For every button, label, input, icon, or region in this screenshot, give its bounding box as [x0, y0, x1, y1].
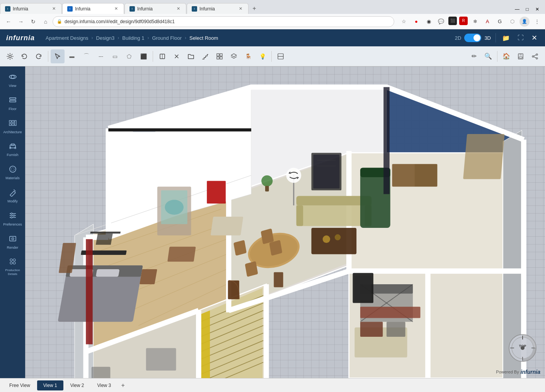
ext2-button[interactable]: R: [459, 17, 468, 25]
sidebar-item-production-details[interactable]: Production Details: [2, 254, 24, 279]
svg-rect-128: [312, 228, 357, 254]
2d-3d-toggle[interactable]: [464, 34, 481, 42]
navigation-compass[interactable]: TOP: [508, 334, 535, 361]
svg-rect-110: [86, 239, 93, 344]
minimize-button[interactable]: —: [513, 5, 522, 14]
sidebar-item-render[interactable]: Render: [2, 231, 24, 253]
polygon-button[interactable]: ⬠: [122, 49, 136, 63]
chair-button[interactable]: 🪑: [241, 49, 255, 63]
svg-rect-109: [96, 234, 113, 245]
whatsapp-button[interactable]: 💬: [436, 17, 446, 27]
address-bar[interactable]: 🔒 design.infurnia.com/#/edit_design/9df0…: [53, 16, 394, 27]
ext5-button[interactable]: G: [495, 17, 505, 27]
sidebar-item-furnish[interactable]: Furnish: [2, 139, 24, 160]
wall-arc-button[interactable]: ⌒: [79, 49, 93, 63]
close-header-button[interactable]: ✕: [530, 32, 539, 44]
sidebar-view-label: View: [9, 84, 16, 88]
wall-straight-button[interactable]: ▬: [65, 49, 79, 63]
free-view-tab[interactable]: Free View: [3, 380, 36, 390]
cut-button[interactable]: [170, 49, 184, 63]
sidebar-production-label: Production Details: [3, 268, 22, 276]
share-button[interactable]: [528, 49, 542, 63]
reload-button[interactable]: ↻: [28, 16, 39, 27]
sidebar-item-modify[interactable]: Modify: [2, 185, 24, 207]
ext6-button[interactable]: ⬡: [507, 17, 517, 27]
browser-actions: ☆ ● ◉ 💬 ⬛ R ❄ A G ⬡ 👤 ⋮: [399, 17, 542, 27]
staircase-button[interactable]: [198, 49, 212, 63]
ext4-button[interactable]: A: [482, 17, 492, 27]
breadcrumb-building1[interactable]: Building 1: [122, 35, 144, 41]
view-toggle[interactable]: 2D 3D: [455, 34, 491, 42]
tab-favicon-2: i: [67, 6, 73, 12]
save-button[interactable]: [514, 49, 528, 63]
svg-point-14: [536, 58, 538, 59]
browser-tab-4[interactable]: i Infurnia ✕: [187, 3, 249, 14]
sidebar-item-view[interactable]: View: [2, 70, 24, 91]
sidebar-furnish-label: Furnish: [7, 153, 18, 157]
home-button[interactable]: ⌂: [40, 16, 51, 27]
canvas-area[interactable]: TOP Powered By infurnia: [25, 66, 545, 378]
tab-close-1[interactable]: ✕: [51, 6, 57, 12]
svg-point-12: [536, 54, 538, 55]
wall-dashed-button[interactable]: - - -: [94, 49, 107, 63]
view3-tab[interactable]: View 3: [91, 380, 117, 390]
expand-icon-button[interactable]: ⛶: [516, 33, 525, 43]
folder-icon-button[interactable]: 📁: [501, 33, 511, 43]
tab-close-3[interactable]: ✕: [175, 6, 181, 12]
app-logo: infurnia: [6, 34, 35, 42]
ext7-button[interactable]: 👤: [519, 17, 530, 27]
forward-button[interactable]: →: [15, 16, 26, 27]
door-window-button[interactable]: [155, 49, 169, 63]
render-icon: [9, 234, 17, 245]
breadcrumb-ground-floor[interactable]: Ground Floor: [152, 35, 182, 41]
new-tab-button[interactable]: +: [249, 3, 260, 14]
svg-line-15: [534, 55, 536, 56]
undo-button[interactable]: [17, 49, 31, 63]
add-view-button[interactable]: +: [118, 380, 128, 390]
preferences-icon: [9, 211, 17, 222]
sidebar-item-materials[interactable]: Materials: [2, 162, 24, 183]
layers-button[interactable]: [227, 49, 241, 63]
fill-button[interactable]: ⬛: [136, 49, 150, 63]
search-tool-button[interactable]: 🔍: [481, 49, 495, 63]
back-button[interactable]: ←: [3, 16, 14, 27]
panels-button[interactable]: [274, 49, 288, 63]
svg-rect-5: [217, 57, 219, 59]
modify-icon: [9, 188, 17, 199]
sidebar-item-architecture[interactable]: Architecture: [2, 116, 24, 137]
tab-close-2[interactable]: ✕: [113, 6, 119, 12]
open-folder-button[interactable]: [184, 49, 198, 63]
svg-marker-103: [207, 181, 226, 204]
breadcrumb-apartment-designs[interactable]: Apartment Designs: [46, 35, 89, 41]
browser-tab-2[interactable]: i Infurnia ✕: [62, 3, 124, 14]
2d-label: 2D: [455, 35, 462, 41]
settings-tool-button[interactable]: [3, 49, 17, 63]
bookmark-button[interactable]: ☆: [399, 17, 409, 27]
sidebar-item-preferences[interactable]: Preferences: [2, 208, 24, 230]
home-view-button[interactable]: 🏠: [499, 49, 513, 63]
vpn-button[interactable]: ◉: [424, 17, 434, 27]
opera-button[interactable]: ●: [411, 17, 421, 27]
ext3-button[interactable]: ❄: [470, 17, 480, 27]
svg-rect-115: [245, 261, 258, 277]
menu-button[interactable]: ⋮: [532, 17, 542, 27]
close-window-button[interactable]: ✕: [533, 5, 542, 14]
view1-tab[interactable]: View 1: [37, 380, 63, 390]
svg-rect-99: [140, 269, 157, 284]
pencil-tool-button[interactable]: ✏: [467, 49, 481, 63]
view2-tab[interactable]: View 2: [64, 380, 90, 390]
breadcrumb-design3[interactable]: Design3: [96, 35, 115, 41]
powered-by-text: Powered By: [496, 370, 519, 374]
room-button[interactable]: ▭: [108, 49, 122, 63]
sidebar-architecture-label: Architecture: [3, 130, 22, 134]
sidebar-item-floor[interactable]: Floor: [2, 93, 24, 114]
grid-button[interactable]: [213, 49, 227, 63]
ext1-button[interactable]: ⬛: [448, 17, 457, 25]
maximize-button[interactable]: □: [523, 5, 532, 14]
browser-tab-1[interactable]: i Infurnia ✕: [0, 3, 62, 14]
select-tool-button[interactable]: [51, 49, 65, 63]
tab-close-4[interactable]: ✕: [237, 6, 244, 12]
redo-button[interactable]: [32, 49, 46, 63]
light-button[interactable]: 💡: [255, 49, 269, 63]
browser-tab-3[interactable]: i Infurnia ✕: [124, 3, 186, 14]
